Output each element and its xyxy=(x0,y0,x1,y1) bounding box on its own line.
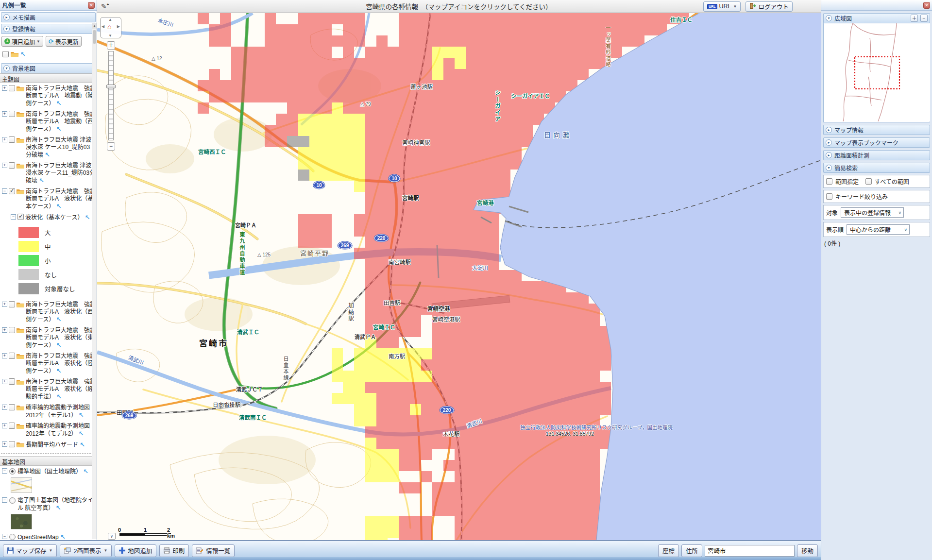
section-overview[interactable]: ▾ 広域図 ＋ − xyxy=(823,13,930,23)
overview-map[interactable] xyxy=(823,23,930,122)
goto-arrow-icon[interactable]: ↖ xyxy=(45,151,50,158)
goto-arrow-icon[interactable]: ↖ xyxy=(56,367,62,374)
tree-item-label[interactable]: 液状化（基本ケース） ↖ xyxy=(25,214,96,221)
tree-item-label[interactable]: 南海トラフ巨大地震 強震断層モデルA 地震動（陸側ケース） ↖ xyxy=(26,85,96,107)
basemap-label[interactable]: 電子国土基本図（地理院タイル 航空写真） ↖ xyxy=(17,497,96,512)
dual-view-button[interactable]: 2画面表示 ▼ xyxy=(60,544,112,557)
tree-item-checkbox[interactable] xyxy=(9,188,15,194)
goto-arrow-icon[interactable]: ↖ xyxy=(80,441,85,448)
overview-zoom-in-button[interactable]: ＋ xyxy=(911,15,918,22)
scroll-up-icon[interactable]: ▲ xyxy=(92,23,97,29)
basemap-label[interactable]: 標準地図（国土地理院） ↖ xyxy=(17,468,96,475)
tree-item-checkbox[interactable] xyxy=(9,85,15,91)
tree-item-label[interactable]: 南海トラフ巨大地震 強震断層モデルA 液状化（陸側ケース） ↖ xyxy=(26,353,96,375)
goto-arrow-icon[interactable]: ↖ xyxy=(83,468,88,475)
collapse-icon[interactable]: − xyxy=(2,534,7,539)
tree-item-checkbox[interactable] xyxy=(9,327,15,333)
goto-arrow-icon[interactable]: ↖ xyxy=(20,51,26,58)
section-map-info[interactable]: ▸ マップ情報 xyxy=(823,125,930,135)
add-item-button[interactable]: + 項目追加 ▼ xyxy=(1,36,43,47)
pan-right-icon[interactable]: ▶ xyxy=(117,24,120,29)
goto-arrow-icon[interactable]: ↖ xyxy=(85,214,90,221)
expand-icon[interactable]: + xyxy=(2,441,7,447)
range-checkbox[interactable] xyxy=(826,178,832,185)
section-bookmarks[interactable]: ▸ マップ表示ブックマーク xyxy=(823,137,930,148)
pan-left-icon[interactable]: ◀ xyxy=(102,24,104,29)
pan-control[interactable]: ▲ ▼ ◀ ▶ ⌂ xyxy=(100,17,121,38)
save-map-button[interactable]: マップ保存 ▼ xyxy=(3,544,57,557)
tree-item-label[interactable]: 南海トラフ巨大地震 津波浸水深 ケース10_堤防03分破壊 ↖ xyxy=(26,136,96,159)
expand-icon[interactable]: + xyxy=(2,302,7,307)
print-button[interactable]: 印刷 xyxy=(159,544,189,557)
expand-icon[interactable]: + xyxy=(2,163,7,168)
section-search[interactable]: ▾ 簡易検索 xyxy=(823,163,930,173)
goto-arrow-icon[interactable]: ↖ xyxy=(79,411,84,419)
zoom-in-button[interactable]: ＋ xyxy=(107,41,115,50)
tree-item-checkbox[interactable] xyxy=(9,301,15,307)
home-icon[interactable]: ⌂ xyxy=(107,23,111,31)
expand-icon[interactable]: + xyxy=(2,379,7,384)
zoom-out-button[interactable]: − xyxy=(107,142,115,151)
goto-arrow-icon[interactable]: ↖ xyxy=(56,316,62,323)
tree-item-label[interactable]: 南海トラフ巨大地震 強震断層モデルA 液状化（基本ケース） ↖ xyxy=(26,188,96,210)
tree-item-checkbox[interactable] xyxy=(9,353,15,359)
map-canvas[interactable]: 本庄川△ 12住吉ＩＣ一ッ葉有料道路蓮ヶ池駅シーガイアＩＣシーガイア日向灘△ 7… xyxy=(97,13,821,540)
zoom-slider[interactable] xyxy=(108,51,114,140)
close-icon[interactable]: ✕ xyxy=(923,2,930,9)
expand-icon[interactable]: + xyxy=(2,405,7,410)
tree-item-checkbox[interactable] xyxy=(9,404,15,410)
tree-item-checkbox[interactable] xyxy=(9,441,15,447)
goto-arrow-icon[interactable]: ↖ xyxy=(56,341,62,349)
tree-item-label[interactable]: 確率論的地震動予測地図2012年（モデル1） ↖ xyxy=(26,404,96,419)
zoom-slider-handle[interactable] xyxy=(106,85,116,88)
tree-item-checkbox[interactable] xyxy=(17,214,24,220)
tree-item-checkbox[interactable] xyxy=(9,162,15,169)
tree-item-checkbox[interactable] xyxy=(9,378,15,385)
coordinates-button[interactable]: 座標 xyxy=(658,544,679,557)
pan-down-icon[interactable]: ▼ xyxy=(108,34,112,38)
tree-item-checkbox[interactable] xyxy=(9,111,15,117)
tree-item-label[interactable]: 長期間平均ハザード ↖ xyxy=(26,441,96,449)
overview-zoom-out-button[interactable]: − xyxy=(920,15,928,22)
tree-item-label[interactable]: 南海トラフ巨大地震 強震断層モデルA 地震動（西側ケース） ↖ xyxy=(26,111,96,133)
section-register[interactable]: ▾ 登録情報 xyxy=(1,24,96,34)
expand-icon[interactable]: + xyxy=(2,353,7,358)
expand-icon[interactable]: + xyxy=(2,423,7,428)
target-select[interactable]: 表示中の登録情報 ∨ xyxy=(841,207,904,218)
logout-button[interactable]: ログアウト xyxy=(746,1,793,12)
collapse-icon[interactable]: − xyxy=(11,214,16,220)
goto-arrow-icon[interactable]: ↖ xyxy=(39,177,44,184)
basemap-radio[interactable] xyxy=(9,497,16,504)
address-button[interactable]: 住所 xyxy=(681,544,702,557)
goto-arrow-icon[interactable]: ↖ xyxy=(79,430,84,437)
add-map-button[interactable]: 地図追加 xyxy=(115,544,156,557)
order-select[interactable]: 中心からの距離 ∨ xyxy=(847,224,910,235)
tree-item-label[interactable]: 南海トラフ巨大地震 強震断層モデルA 液状化（西側ケース） ↖ xyxy=(26,301,96,323)
goto-arrow-icon[interactable]: ↖ xyxy=(56,100,62,107)
tree-item-label[interactable]: 南海トラフ巨大地震 津波浸水深 ケース11_堤防03分破壊 ↖ xyxy=(26,162,96,185)
tree-item-checkbox[interactable] xyxy=(9,423,15,429)
tree-item-checkbox[interactable] xyxy=(9,136,15,143)
scrollbar-thumb[interactable] xyxy=(93,30,96,44)
address-input[interactable] xyxy=(705,545,795,557)
basemap-radio[interactable] xyxy=(9,534,16,540)
tree-item-label[interactable]: 南海トラフ巨大地震 強震断層モデルA 液状化（経験的手法） ↖ xyxy=(26,378,96,401)
section-memo[interactable]: ▸ メモ描画 xyxy=(1,12,96,22)
goto-arrow-icon[interactable]: ↖ xyxy=(56,203,62,210)
expand-icon[interactable]: + xyxy=(2,85,7,91)
basemap-radio[interactable] xyxy=(9,468,16,475)
all-range-checkbox[interactable] xyxy=(865,178,872,185)
expand-icon[interactable]: + xyxy=(2,137,7,142)
goto-arrow-icon[interactable]: ↖ xyxy=(60,533,66,541)
tree-item-label[interactable]: 確率論的地震動予測地図2012年（モデル2） ↖ xyxy=(26,423,96,438)
expand-icon[interactable]: + xyxy=(2,327,7,333)
goto-arrow-icon[interactable]: ↖ xyxy=(56,125,62,133)
keyword-checkbox[interactable] xyxy=(826,193,832,200)
root-checkbox[interactable] xyxy=(2,51,9,57)
expand-icon[interactable]: + xyxy=(2,111,7,117)
goto-arrow-icon[interactable]: ↖ xyxy=(56,504,61,511)
info-list-button[interactable]: 情報一覧 xyxy=(192,544,235,557)
goto-arrow-icon[interactable]: ↖ xyxy=(56,393,62,400)
move-button[interactable]: 移動 xyxy=(797,544,818,557)
collapse-icon[interactable]: − xyxy=(2,468,7,474)
